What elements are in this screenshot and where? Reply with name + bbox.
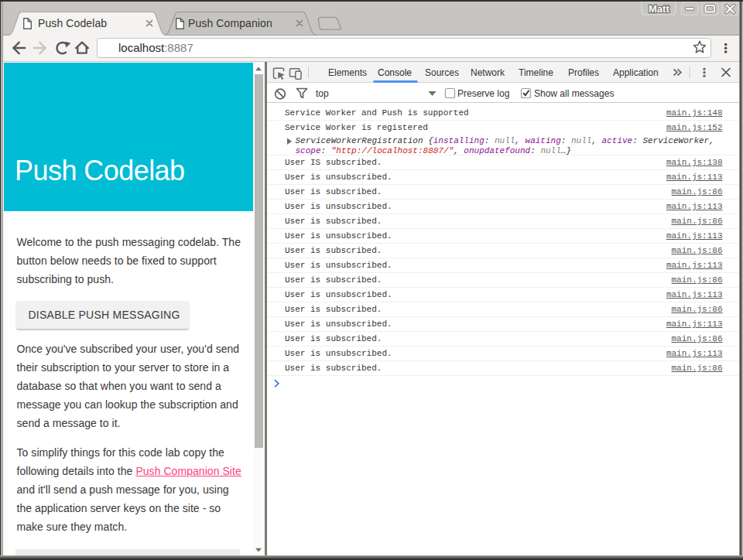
svg-text:Matt: Matt	[649, 3, 669, 15]
svg-text:Push Companion: Push Companion	[188, 17, 272, 29]
svg-text:Push Codelab: Push Codelab	[38, 17, 107, 29]
